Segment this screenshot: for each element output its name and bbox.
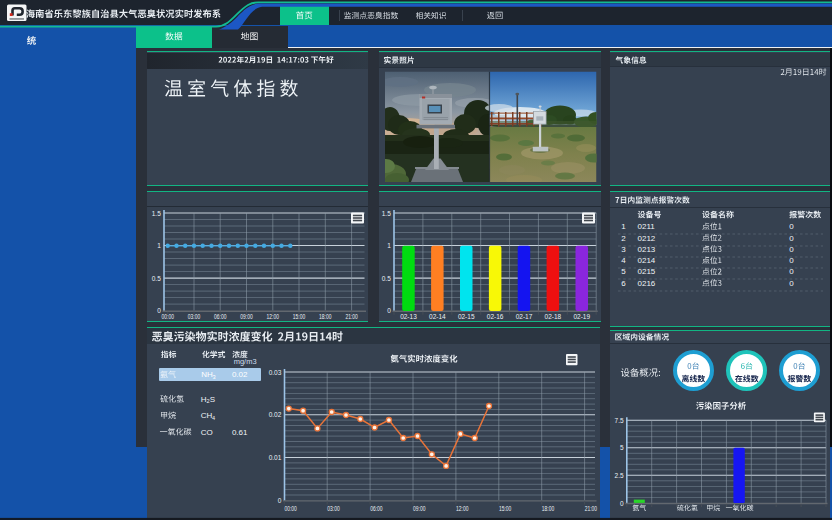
svg-text:0: 0 [387,307,391,314]
svg-text:0: 0 [789,256,794,265]
svg-text:02-15: 02-15 [458,313,475,320]
svg-text:NH: NH [201,370,213,379]
svg-text:5: 5 [620,444,624,451]
svg-text:3: 3 [621,245,626,254]
svg-text:0.02: 0.02 [232,370,248,379]
svg-text:0213: 0213 [638,245,656,254]
svg-text:0215: 0215 [638,267,656,276]
svg-text:0.61: 0.61 [232,428,248,437]
svg-text:0214: 0214 [638,256,656,265]
svg-text:0: 0 [789,279,794,288]
svg-text:CH: CH [201,411,213,420]
svg-text:0.5: 0.5 [382,275,391,282]
svg-text:12:00: 12:00 [456,505,469,512]
svg-text:5: 5 [621,267,626,276]
svg-text:02-18: 02-18 [545,313,562,320]
svg-text:2: 2 [621,234,626,243]
svg-text:3: 3 [213,374,216,380]
svg-text:15:00: 15:00 [499,505,512,512]
svg-text:09:00: 09:00 [413,505,426,512]
svg-text:1: 1 [387,242,391,249]
svg-text:0: 0 [789,245,794,254]
svg-text:0: 0 [620,500,624,507]
svg-text:4: 4 [621,256,626,265]
svg-text:1: 1 [621,222,626,231]
svg-text:21:00: 21:00 [345,313,358,320]
svg-text:03:00: 03:00 [188,313,201,320]
svg-text:18:00: 18:00 [542,505,555,512]
svg-text:0.5: 0.5 [152,275,161,282]
svg-text:1.5: 1.5 [152,210,161,217]
svg-text:06:00: 06:00 [370,505,383,512]
svg-text:0: 0 [789,234,794,243]
svg-text:02-19: 02-19 [573,313,590,320]
svg-text:03:00: 03:00 [327,505,340,512]
svg-text:7.5: 7.5 [615,417,624,424]
svg-text:CO: CO [201,428,213,437]
svg-text:15:00: 15:00 [293,313,306,320]
svg-text:02-14: 02-14 [429,313,446,320]
svg-text:4: 4 [212,415,215,421]
svg-text:1.5: 1.5 [382,210,391,217]
svg-text:1: 1 [157,242,161,249]
svg-text:0: 0 [278,497,282,504]
svg-text:12:00: 12:00 [267,313,280,320]
svg-text:0216: 0216 [638,279,656,288]
svg-text:0.01: 0.01 [269,454,282,461]
svg-text:6: 6 [621,279,626,288]
svg-text:06:00: 06:00 [214,313,227,320]
svg-text:mg/m3: mg/m3 [234,357,257,366]
svg-text:09:00: 09:00 [240,313,253,320]
svg-text:02-17: 02-17 [516,313,533,320]
svg-text:00:00: 00:00 [284,505,297,512]
svg-text:2.5: 2.5 [615,472,624,479]
svg-text:0: 0 [789,222,794,231]
svg-text:00:00: 00:00 [162,313,175,320]
svg-text:S: S [210,395,215,404]
svg-text:0: 0 [789,267,794,276]
svg-text:02-16: 02-16 [487,313,504,320]
svg-text:0.03: 0.03 [269,369,282,376]
svg-text:02-13: 02-13 [400,313,417,320]
svg-text:0.02: 0.02 [269,411,282,418]
svg-text:0212: 0212 [638,234,656,243]
svg-text:18:00: 18:00 [319,313,332,320]
svg-text:0211: 0211 [638,222,656,231]
svg-text:21:00: 21:00 [585,505,598,512]
